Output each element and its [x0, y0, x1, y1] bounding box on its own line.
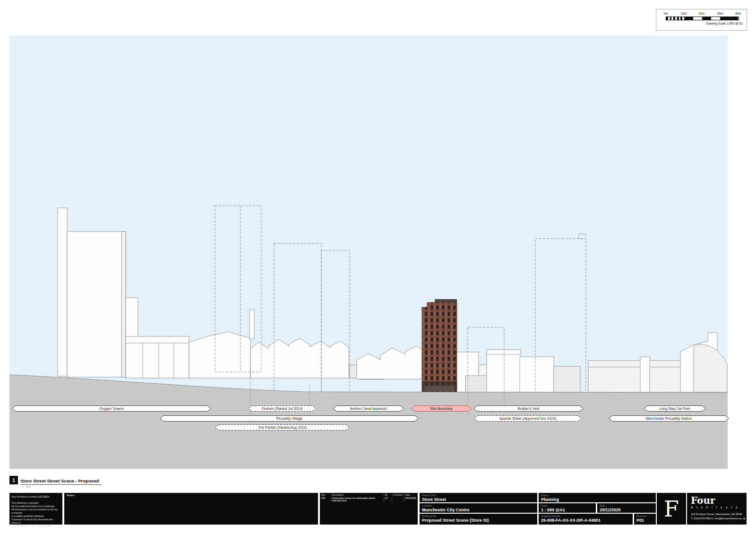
company-info: Four Architects Limited (11613893) This … [9, 493, 62, 525]
status-value: Planning [539, 497, 656, 502]
logo-subtitle: A r c h i t e c t s [691, 506, 747, 509]
street-label: Oxygen Towers [12, 405, 211, 412]
scale-tick: 30m [717, 12, 723, 15]
drawing-number-badge: 1 [9, 476, 18, 484]
logo-name: Four [691, 496, 747, 505]
drawing-number-cell: Drawing Number: 25-008-FA-XX-XX-DR-A-048… [539, 514, 633, 525]
location-cell: Location: Manchester City Centre [420, 503, 537, 513]
date-cell: Date: 20/11/2025 [597, 503, 656, 513]
drawing-caption: 1 Store Street Street Scene - Proposed 1… [9, 476, 102, 488]
company-name: Four Architects Limited (11613893) [11, 495, 60, 499]
svg-text:Manchester Piccadilly Station: Manchester Piccadilly Station [646, 416, 692, 421]
scale-value: 1 : 500 @A1 [539, 507, 596, 512]
street-label: Ashton Canal Aqueduct [333, 405, 404, 412]
title-block: Four Architects Limited (11613893) This … [9, 493, 747, 525]
svg-text:Oxygen Towers: Oxygen Towers [99, 406, 124, 411]
revision-row: P01 Final prelim version for confirmatio… [320, 496, 418, 502]
scale-tick: 20m [699, 12, 705, 15]
drawing-caption-title: Store Street Street Scene - Proposed [20, 478, 102, 485]
status-cell: Status: Planning [539, 493, 656, 502]
logo-contact: T: 01614707969 E: info@fourarchitects.co… [691, 517, 747, 521]
drawing-number-value: 25-008-FA-XX-XX-DR-A-04801 [539, 517, 633, 523]
drawing-sheet: 0m10m20m30m40m Drawing Scale 1:500 @ A1 [0, 0, 756, 534]
street-label: Piccadilly Village [160, 415, 419, 422]
street-scene-drawing: Oxygen TowersOutram (Started Jul 2024)As… [9, 34, 728, 469]
svg-text:The Fairfax (Started Aug 2023): The Fairfax (Started Aug 2023) [258, 425, 307, 430]
scale-bar-segments [666, 17, 739, 20]
svg-text:Piccadilly Village: Piccadilly Village [276, 416, 302, 421]
svg-text:Site Boundary: Site Boundary [430, 406, 452, 411]
revision-value: P01 [634, 517, 656, 523]
street-label: Builder's Yard [473, 405, 584, 412]
logo-text: Four A r c h i t e c t s 113 Portland St… [687, 493, 747, 525]
scale-cell: Scale: 1 : 500 @A1 [539, 503, 596, 513]
scale-bar-ticks: 0m10m20m30m40m [656, 12, 747, 16]
street-label-layer: Oxygen TowersOutram (Started Jul 2024)As… [9, 34, 728, 469]
drawing-title-cell: Drawing title: Proposed Street Scene (St… [420, 514, 537, 525]
project-title-cell: Project Title: Store Street [420, 493, 537, 502]
street-label: Long Stay Car Park [644, 405, 706, 412]
scale-tick: 40m [735, 12, 741, 15]
logo-mark: F [657, 493, 686, 525]
street-label: Sparkle Street (Approved Nov 2024) [474, 415, 582, 422]
project-title-value: Store Street [420, 497, 537, 502]
location-value: Manchester City Centre [420, 507, 537, 512]
logo-address: 113 Portland Street, Manchester, M1 6DW [691, 512, 747, 517]
date-value: 20/11/2025 [597, 507, 656, 512]
svg-text:Sparkle Street (Approved Nov 2: Sparkle Street (Approved Nov 2024) [499, 416, 557, 421]
drawing-title-value: Proposed Street Scene (Store St) [420, 517, 537, 523]
street-label: Site Boundary [411, 405, 472, 412]
notes-cell: Notes: [64, 493, 318, 525]
street-label: Manchester Piccadilly Station [609, 415, 729, 422]
svg-text:Long Stay Car Park: Long Stay Car Park [659, 406, 690, 411]
logo-letter: F [664, 498, 679, 520]
scale-tick: 10m [681, 12, 687, 15]
street-label: Outram (Started Jul 2024) [248, 405, 316, 412]
revision-table: Rev Description By Checked Date P01 Fina… [320, 493, 418, 525]
street-label: The Fairfax (Started Aug 2023) [215, 424, 350, 431]
svg-text:Builder's Yard: Builder's Yard [518, 406, 540, 411]
notes-label: Notes: [64, 493, 318, 497]
revision-cell: Revision: P01 [634, 514, 656, 525]
drawing-caption-scale: 1 : 500 [20, 485, 102, 488]
scale-bar: 0m10m20m30m40m Drawing Scale 1:500 @ A1 [656, 9, 747, 31]
scale-bar-checker [666, 17, 684, 20]
company-disclaimer: This drawing is copyright.Do not scale d… [11, 501, 60, 528]
svg-text:Ashton Canal Aqueduct: Ashton Canal Aqueduct [350, 406, 387, 411]
svg-text:Outram (Started Jul 2024): Outram (Started Jul 2024) [262, 406, 303, 411]
revision-header-row: Rev Description By Checked Date [320, 493, 418, 496]
scale-tick: 0m [663, 12, 668, 15]
scale-bar-caption: Drawing Scale 1:500 @ A1 [706, 22, 743, 25]
